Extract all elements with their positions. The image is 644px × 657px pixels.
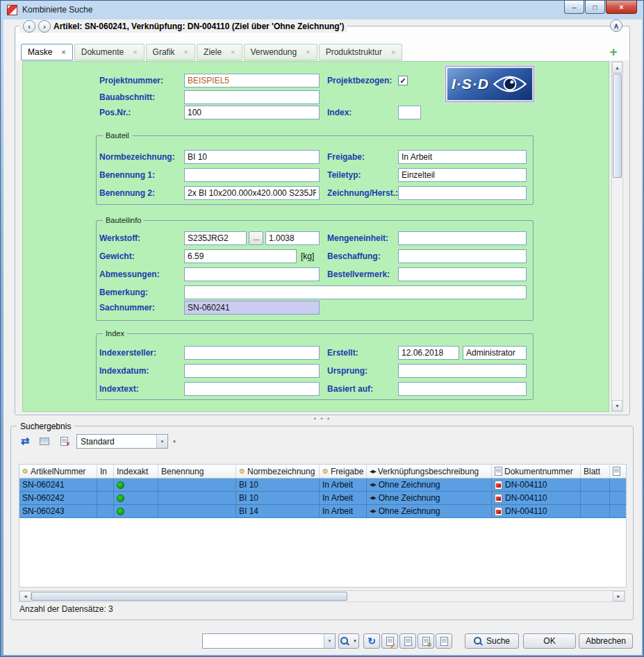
gewicht-input[interactable] (184, 249, 297, 263)
posnr-label: Pos.Nr.: (99, 106, 131, 119)
reset-search-button[interactable]: ↻ (363, 633, 380, 649)
search-mask-combo[interactable]: ▼ (202, 633, 336, 649)
suche-button[interactable]: Suche (465, 633, 519, 649)
sachnummer-input[interactable] (184, 301, 320, 315)
indextext-input[interactable] (184, 382, 320, 396)
normbezeichnung-input[interactable] (184, 150, 320, 164)
cell-verknuepfung: ◀▶Ohne Zeichnung (367, 505, 492, 517)
search-options-button[interactable]: ▼ (338, 633, 359, 649)
combo-dropdown-icon[interactable]: ▼ (324, 634, 335, 648)
load-mask-button[interactable] (399, 633, 416, 649)
table-row[interactable]: SN-060241 BI 10 In Arbeit ◀▶Ohne Zeichnu… (19, 479, 626, 492)
tab-close-icon[interactable]: × (184, 48, 188, 56)
posnr-input[interactable] (184, 106, 320, 119)
abbrechen-button[interactable]: Abbrechen (579, 633, 633, 649)
tab-close-icon[interactable]: × (133, 48, 137, 56)
teiletyp-input[interactable] (398, 168, 527, 182)
projektnummer-input[interactable] (184, 74, 320, 88)
result-hscrollbar[interactable]: ◄ ► (19, 590, 625, 602)
tab-maske[interactable]: Maske × (21, 44, 73, 60)
cell-normbezeichnung: BI 14 (236, 505, 320, 517)
splitter-handle[interactable]: • • • (15, 415, 630, 424)
column-header-normbezeichnung[interactable]: ⚙ Normbezeichnung (236, 465, 320, 478)
column-header-freigabe[interactable]: ⚙ Freigabe (320, 465, 367, 478)
column-header-artikelnummer[interactable]: ⚙ ArtikelNummer (19, 465, 97, 478)
new-mask-button[interactable] (381, 633, 398, 649)
index-input[interactable] (398, 106, 421, 119)
tab-close-icon[interactable]: × (231, 48, 235, 56)
erstellt-datum-input[interactable] (398, 346, 459, 360)
history-back-button[interactable]: ‹ (23, 20, 35, 33)
mengeneinheit-input[interactable] (398, 231, 527, 245)
view-menu-button[interactable]: ▼ (170, 434, 179, 449)
collapse-button[interactable]: ∧ (610, 19, 622, 32)
tab-close-icon[interactable]: × (306, 48, 310, 56)
werkstoff-input[interactable] (184, 231, 247, 245)
beschaffung-input[interactable] (398, 249, 527, 263)
export-result-button[interactable] (36, 433, 53, 449)
isd-logo-text: I·S·D (452, 76, 489, 92)
projektbezogen-checkbox[interactable]: ✓ (398, 76, 408, 85)
cell-dokumentnummer: DN-004110 (492, 479, 581, 491)
column-header-indexakt[interactable]: Indexakt (114, 465, 158, 478)
table-row[interactable]: SN-060243 BI 14 In Arbeit ◀▶Ohne Zeichnu… (19, 505, 626, 518)
ok-button[interactable]: OK (523, 633, 576, 649)
document-icon (495, 507, 502, 516)
add-tab-button[interactable]: + (606, 45, 620, 59)
basiert-auf-input[interactable] (398, 382, 527, 396)
tab-verwendung[interactable]: Verwendung × (244, 44, 317, 60)
indexersteller-input[interactable] (184, 346, 320, 360)
delete-view-button[interactable]: × (56, 433, 72, 449)
tab-close-icon[interactable]: × (391, 48, 395, 56)
column-header-extra[interactable] (610, 465, 626, 478)
column-header-verknuepfung[interactable]: ◀▶ Verknüpfungsbeschreibung (367, 465, 492, 478)
tab-close-icon[interactable]: × (61, 48, 65, 56)
hscrollbar-thumb[interactable] (31, 592, 347, 601)
result-view-combo[interactable]: Standard ▼ (76, 434, 168, 449)
scroll-left-button[interactable]: ◄ (19, 591, 31, 601)
bestellvermerk-input[interactable] (398, 267, 527, 281)
mengeneinheit-label: Mengeneinheit: (327, 231, 388, 245)
column-header-dokumentnummer[interactable]: Dokumentnummer (492, 465, 581, 478)
scroll-down-button[interactable]: ▼ (612, 400, 622, 411)
close-button[interactable]: × (606, 1, 637, 14)
bemerkung-input[interactable] (184, 285, 527, 299)
beschaffung-label: Beschaffung: (327, 249, 381, 263)
werkstoff-browse-button[interactable]: ... (249, 231, 263, 245)
cell-text: BI 10 (239, 493, 258, 503)
zeichnung-input[interactable] (398, 186, 527, 200)
indexdatum-input[interactable] (184, 364, 320, 378)
history-forward-button[interactable]: › (38, 20, 51, 33)
erstellt-benutzer-input[interactable] (463, 346, 527, 360)
window-controls: – □ × (563, 1, 637, 14)
werkstoff-nummer-input[interactable] (265, 231, 320, 245)
benennung2-input[interactable] (184, 186, 320, 200)
combo-dropdown-icon[interactable]: ▼ (156, 435, 167, 448)
tab-ziele[interactable]: Ziele × (197, 44, 242, 60)
column-header-blatt[interactable]: Blatt (581, 465, 610, 478)
table-row[interactable]: SN-060242 BI 10 In Arbeit ◀▶Ohne Zeichnu… (19, 492, 626, 505)
form-scrollbar[interactable]: ▲ ▼ (611, 61, 623, 412)
maximize-button[interactable]: □ (585, 1, 605, 14)
column-header-benennung[interactable]: Benennung (158, 465, 236, 478)
tab-dokumente[interactable]: Dokumente × (74, 44, 145, 60)
titlebar[interactable]: Kombinierte Suche – □ × (1, 1, 643, 19)
mask-settings-button[interactable]: ⚙ (418, 633, 434, 649)
tab-grafik[interactable]: Grafik × (146, 44, 195, 60)
freigabe-input[interactable] (398, 150, 527, 164)
apply-result-button[interactable]: ⇄ (17, 433, 33, 449)
cell-dokumentnummer: DN-004110 (492, 505, 581, 517)
bauabschnitt-input[interactable] (184, 90, 320, 104)
abmessungen-input[interactable] (184, 267, 320, 281)
scrollbar-thumb[interactable] (613, 74, 622, 178)
minimize-button[interactable]: – (564, 1, 584, 14)
tab-label: Maske (28, 47, 52, 57)
ursprung-input[interactable] (398, 364, 527, 378)
benennung1-input[interactable] (184, 168, 320, 182)
column-header-in[interactable]: In (97, 465, 114, 478)
scroll-up-button[interactable]: ▲ (612, 62, 622, 73)
scroll-right-button[interactable]: ► (613, 591, 625, 601)
abmessungen-label: Abmessungen: (99, 267, 160, 281)
report-button[interactable] (436, 633, 452, 649)
tab-produktstruktur[interactable]: Produktstruktur × (319, 44, 403, 60)
